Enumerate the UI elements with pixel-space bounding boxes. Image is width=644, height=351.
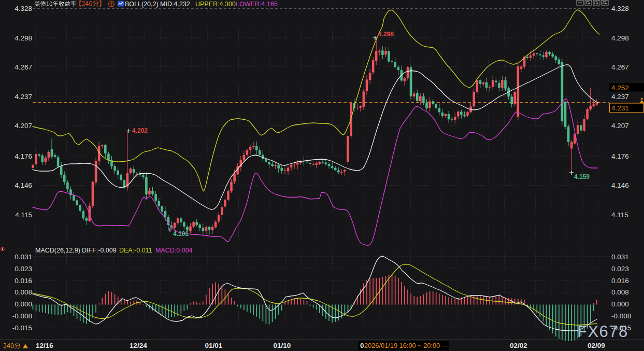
svg-text:0: 0 — [360, 342, 364, 349]
svg-text:4.298: 4.298 — [378, 31, 394, 38]
svg-text:4.176: 4.176 — [15, 152, 32, 160]
svg-text:0.000: 0.000 — [611, 300, 629, 308]
svg-text:4.267: 4.267 — [15, 63, 32, 71]
svg-text:4.159: 4.159 — [574, 173, 590, 180]
svg-text:01/10: 01/10 — [274, 342, 291, 349]
svg-text:-0.008: -0.008 — [611, 312, 631, 320]
svg-text:4.115: 4.115 — [611, 211, 628, 219]
svg-text:12/24: 12/24 — [130, 342, 147, 349]
svg-text:4.202: 4.202 — [132, 127, 148, 134]
svg-text:4.176: 4.176 — [611, 152, 629, 160]
svg-text:2026/01/19 16:00 ~ 20:00 —: 2026/01/19 16:00 ~ 20:00 — — [364, 342, 449, 349]
svg-text:0.016: 0.016 — [15, 277, 32, 285]
svg-text:4.328: 4.328 — [611, 5, 629, 12]
svg-text:-0.008: -0.008 — [12, 312, 32, 320]
svg-text:UPPER:4.300: UPPER:4.300 — [195, 1, 236, 8]
svg-text:4.252: 4.252 — [611, 84, 629, 92]
svg-text:01/01: 01/01 — [205, 342, 223, 349]
svg-text:02/09: 02/09 — [588, 342, 605, 349]
svg-text:MACD(26,12,9): MACD(26,12,9) — [35, 247, 80, 254]
svg-text:4.146: 4.146 — [611, 181, 629, 189]
svg-text:DEA:-0.011: DEA:-0.011 — [119, 247, 152, 254]
svg-text:0.008: 0.008 — [15, 288, 32, 296]
svg-text:4.101: 4.101 — [173, 230, 189, 237]
svg-text:0.023: 0.023 — [15, 265, 32, 273]
svg-text:LOWER:4.165: LOWER:4.165 — [236, 1, 278, 8]
svg-text:4.207: 4.207 — [15, 122, 32, 130]
svg-text:4.267: 4.267 — [611, 63, 629, 71]
svg-text:4.298: 4.298 — [15, 34, 32, 42]
svg-text:MACD:0.004: MACD:0.004 — [155, 247, 193, 254]
svg-text:0.000: 0.000 — [15, 300, 32, 308]
svg-text:4.231: 4.231 — [611, 104, 629, 112]
svg-text:BOLL(20,2) MID:4.232: BOLL(20,2) MID:4.232 — [125, 1, 190, 8]
svg-text:0.008: 0.008 — [611, 288, 629, 296]
svg-text:4.298: 4.298 — [611, 34, 629, 42]
svg-text:FX678: FX678 — [577, 322, 628, 341]
svg-text:4.237: 4.237 — [611, 93, 629, 101]
svg-text:4.207: 4.207 — [611, 122, 629, 130]
svg-text:0.031: 0.031 — [611, 253, 629, 261]
svg-text:4.328: 4.328 — [15, 5, 32, 12]
svg-text:0.016: 0.016 — [611, 277, 629, 285]
svg-text:4.237: 4.237 — [15, 93, 32, 101]
svg-text:-0.015: -0.015 — [12, 324, 32, 332]
svg-text:0.023: 0.023 — [611, 265, 629, 273]
svg-text:0.031: 0.031 — [15, 253, 32, 261]
svg-text:DIFF:-0.009: DIFF:-0.009 — [82, 247, 117, 254]
svg-text:4.115: 4.115 — [15, 211, 32, 219]
svg-text:02/02: 02/02 — [510, 342, 527, 349]
svg-text:12/16: 12/16 — [36, 342, 53, 349]
svg-text:4.146: 4.146 — [15, 181, 32, 189]
